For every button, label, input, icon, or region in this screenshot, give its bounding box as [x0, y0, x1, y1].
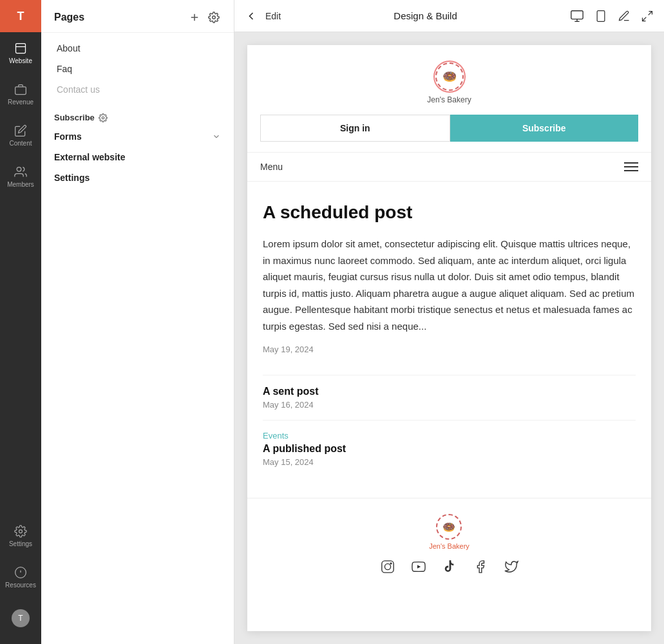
back-button[interactable]	[245, 10, 258, 23]
footer-logo: 🍩 Jen's Bakery	[429, 514, 470, 550]
list-item: A sent post May 16, 2024	[263, 375, 636, 420]
preview-frame: 🍩 Jen's Bakery Sign in Subscribe Menu	[247, 45, 651, 631]
user-avatar-bottom[interactable]: T	[0, 598, 41, 639]
site-name-header: Jen's Bakery	[427, 95, 471, 104]
pages-title: Pages	[54, 12, 84, 23]
svg-rect-0	[16, 43, 26, 53]
subscribe-button[interactable]: Subscribe	[450, 115, 639, 142]
logo-inner: 🍩	[435, 62, 464, 91]
svg-line-17	[649, 11, 652, 15]
pages-header-icons	[187, 10, 221, 24]
svg-point-11	[102, 117, 104, 119]
footer-site-name: Jen's Bakery	[429, 542, 470, 550]
sidebar-item-members[interactable]: Members	[0, 156, 41, 197]
nav-menu-label: Menu	[260, 162, 283, 172]
pages-panel-header: Pages	[41, 0, 234, 33]
sidebar-item-settings[interactable]: Settings	[0, 515, 41, 556]
subscribe-section-label: Subscribe	[41, 105, 234, 126]
facebook-icon[interactable]	[471, 558, 489, 576]
svg-rect-19	[381, 561, 393, 573]
icon-sidebar-bottom: Settings Resources T	[0, 515, 41, 644]
svg-rect-2	[15, 86, 26, 94]
sidebar-item-content-label: Content	[9, 140, 32, 147]
sidebar-item-resources[interactable]: Resources	[0, 556, 41, 598]
main-area: Edit Design & Build	[234, 0, 664, 644]
svg-point-20	[384, 564, 390, 569]
page-item-contact[interactable]: Contact us	[41, 79, 234, 100]
main-post-body: Lorem ipsum dolor sit amet, consectetur …	[263, 236, 636, 334]
footer-logo-icon: 🍩	[436, 514, 462, 540]
svg-point-21	[390, 563, 392, 564]
post-1-title[interactable]: A sent post	[263, 386, 636, 397]
site-footer: 🍩 Jen's Bakery	[247, 498, 651, 591]
list-item: Events A published post May 15, 2024	[263, 420, 636, 477]
top-bar-right	[570, 9, 654, 23]
youtube-icon[interactable]	[410, 558, 428, 576]
expand-icon[interactable]	[641, 10, 654, 23]
edit-label: Edit	[265, 11, 281, 21]
footer-social	[379, 558, 520, 576]
svg-line-18	[643, 17, 647, 21]
sidebar-item-website[interactable]: Website	[0, 32, 41, 73]
post-2-date: May 15, 2024	[263, 457, 636, 467]
external-website-item[interactable]: External website	[41, 147, 234, 167]
sidebar-item-website-label: Website	[9, 57, 32, 64]
main-post-title: A scheduled post	[263, 202, 636, 223]
sidebar-item-revenue[interactable]: Revenue	[0, 73, 41, 115]
sign-in-button[interactable]: Sign in	[260, 115, 450, 142]
post-2-title[interactable]: A published post	[263, 443, 636, 455]
edit-pen-icon[interactable]	[618, 10, 631, 23]
svg-point-3	[17, 167, 21, 171]
settings-item[interactable]: Settings	[41, 167, 234, 188]
instagram-icon[interactable]	[379, 558, 397, 576]
sidebar-item-revenue-label: Revenue	[8, 99, 33, 106]
page-item-faq[interactable]: Faq	[41, 59, 234, 79]
tiktok-icon[interactable]	[441, 558, 459, 576]
site-header: 🍩 Jen's Bakery Sign in Subscribe	[247, 45, 651, 153]
icon-sidebar: T Website Revenue Content	[0, 0, 41, 644]
mobile-view-icon[interactable]	[594, 10, 607, 23]
hamburger-menu[interactable]	[624, 162, 638, 171]
desktop-view-icon[interactable]	[570, 9, 584, 23]
top-bar: Edit Design & Build	[234, 0, 664, 32]
svg-point-4	[19, 529, 23, 533]
pages-list: About Faq Contact us	[41, 33, 234, 105]
sidebar-item-settings-label: Settings	[9, 540, 32, 547]
sidebar-item-resources-label: Resources	[5, 582, 36, 589]
pages-panel: Pages About Faq Contact us Subscribe	[41, 0, 234, 644]
avatar-button[interactable]: T	[0, 0, 41, 32]
sidebar-item-members-label: Members	[7, 181, 34, 188]
svg-rect-15	[597, 10, 605, 21]
preview-area: 🍩 Jen's Bakery Sign in Subscribe Menu	[234, 32, 664, 644]
svg-rect-12	[571, 10, 583, 19]
site-nav: Menu	[247, 153, 651, 182]
sidebar-item-content[interactable]: Content	[0, 115, 41, 156]
top-bar-center-title: Design & Build	[289, 10, 562, 21]
site-content: A scheduled post Lorem ipsum dolor sit a…	[247, 182, 651, 498]
post-1-date: May 16, 2024	[263, 400, 636, 410]
site-buttons: Sign in Subscribe	[260, 115, 638, 142]
add-page-button[interactable]	[187, 10, 202, 24]
twitter-icon[interactable]	[502, 558, 520, 576]
icon-sidebar-top: T Website Revenue Content	[0, 0, 41, 197]
site-logo: 🍩	[433, 61, 466, 93]
forms-section-item[interactable]: Forms	[41, 126, 234, 147]
pages-settings-button[interactable]	[207, 10, 221, 24]
page-item-about[interactable]: About	[41, 38, 234, 59]
main-post-date: May 19, 2024	[263, 345, 636, 354]
svg-marker-22	[417, 565, 420, 569]
post-2-tag: Events	[263, 431, 636, 440]
svg-point-10	[213, 16, 216, 19]
